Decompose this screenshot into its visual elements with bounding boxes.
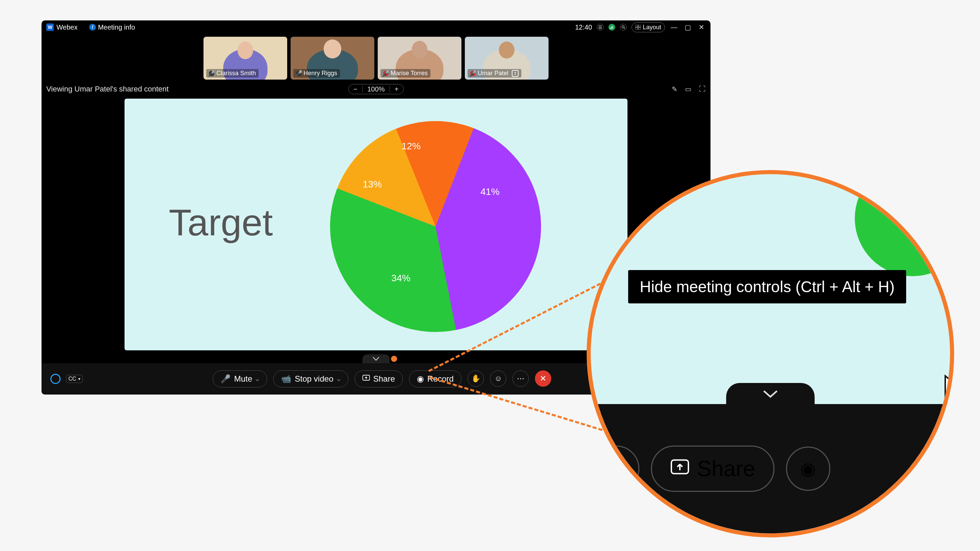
slice-label: 13% [363,179,382,190]
slice-label: 12% [401,141,421,152]
chevron-down-icon [372,356,380,361]
participant-tile[interactable]: 🎤Henry Riggs [291,37,374,79]
share-label: Share [373,374,395,384]
pie-fragment [855,170,954,276]
network-quality-icon[interactable]: ☰ [597,24,604,30]
mic-icon: 🎤 [209,71,215,76]
end-meeting-button[interactable]: ✕ [535,370,551,387]
microphone-icon: 🎤 [221,374,231,384]
raise-hand-button[interactable]: ✋ [468,370,484,387]
mute-button[interactable]: 🎤 Mute ⌵ [213,370,267,387]
stop-video-button-fragment[interactable]: eo ⌵ [587,446,640,492]
record-button-fragment[interactable]: ◉ [786,446,830,491]
svg-rect-4 [638,27,641,30]
participant-tile[interactable]: 🎤Marise Torres [378,37,461,79]
fullscreen-icon[interactable]: ⛶ [699,85,706,93]
slice-label: 41% [480,186,500,197]
participant-name: Umar Patel [478,70,508,77]
reactions-button[interactable]: ☺ [490,370,506,387]
info-icon: i [89,24,96,30]
participant-name: Henry Riggs [304,70,337,77]
chevron-down-icon: ▾ [78,376,80,381]
app-name: Webex [56,24,78,31]
chevron-down-icon[interactable]: ⌵ [611,460,620,478]
search-icon[interactable] [620,24,627,30]
tooltip-text: Hide meeting controls (Ctrl + Alt + H) [640,278,894,295]
participant-filmstrip: 🎤Clarissa Smith 🎤Henry Riggs 🎤Marise Tor… [41,37,711,79]
share-status-bar: Viewing Umar Patel's shared content − 10… [41,83,711,95]
layout-grid-icon [635,25,641,30]
mute-label: Mute [234,374,252,384]
share-screen-icon [670,456,689,481]
annotate-icon[interactable]: ✎ [672,85,678,93]
meeting-info-button[interactable]: i Meeting info [89,24,135,31]
svg-rect-3 [635,27,638,30]
callout-anchor-icon [391,356,397,362]
popout-icon[interactable]: ▭ [685,85,692,93]
share-button[interactable]: Share [651,446,775,492]
share-screen-icon [363,374,370,384]
meeting-info-label: Meeting info [98,24,135,31]
participant-tile[interactable]: 🎤Clarissa Smith [204,37,287,79]
clock: 12:40 [575,24,592,31]
share-label: Share [697,456,755,481]
layout-button[interactable]: Layout [632,22,665,32]
titlebar: W Webex i Meeting info 12:40 ☰ Layout — … [41,21,711,34]
more-options-button[interactable]: ⋯ [512,370,529,387]
svg-rect-2 [638,25,641,27]
hide-controls-tab[interactable] [726,383,815,405]
shared-content: Target 41% 12% 13% 34% [124,98,627,350]
app-brand: W Webex [46,24,78,31]
record-icon: ◉ [417,374,424,384]
mic-muted-icon: 🎤 [470,71,476,76]
signal-good-icon[interactable] [608,24,615,30]
webex-logo-icon: W [46,24,54,31]
slice-label: 34% [391,273,410,284]
record-icon: ◉ [800,459,816,479]
share-status-text: Viewing Umar Patel's shared content [46,85,169,94]
window-minimize-icon[interactable]: — [670,24,679,31]
stop-video-button[interactable]: 📹 Stop video ⌵ [273,370,348,387]
share-button[interactable]: Share [355,370,403,387]
magnified-controls-bar: eo ⌵ Share ◉ [591,404,950,533]
pie-chart [330,121,541,332]
camera-icon: 📹 [281,374,291,384]
participant-name: Marise Torres [391,70,428,77]
svg-rect-1 [635,25,638,27]
zoom-control[interactable]: − 100% + [348,84,404,94]
stop-video-label: Stop video [295,374,333,384]
captions-button[interactable]: CC ▾ [66,375,83,383]
is-sharing-icon: ↥ [512,70,519,77]
cursor-icon [943,373,954,407]
tooltip: Hide meeting controls (Ctrl + Alt + H) [628,270,906,303]
zoom-level[interactable]: 100% [363,86,389,93]
chevron-down-icon[interactable]: ⌵ [256,375,259,383]
mic-muted-icon: 🎤 [383,71,388,76]
chevron-down-icon[interactable]: ⌵ [337,375,340,383]
svg-point-0 [622,26,624,28]
mic-icon: 🎤 [296,71,301,76]
self-view-icon[interactable] [50,374,60,384]
zoom-in-button[interactable]: + [390,86,404,93]
window-close-icon[interactable]: ✕ [697,23,706,31]
cc-label: CC [68,376,76,382]
layout-label: Layout [643,24,661,31]
stop-video-label-fragment: eo [587,456,604,481]
zoom-out-button[interactable]: − [349,86,363,93]
chart-title: Target [169,201,273,244]
chevron-down-icon [762,389,779,399]
callout-magnifier: Hide meeting controls (Ctrl + Alt + H) e… [587,170,954,537]
participant-name: Clarissa Smith [216,70,256,77]
window-maximize-icon[interactable]: ▢ [683,23,692,31]
participant-tile[interactable]: 🎤Umar Patel↥ [465,37,549,79]
hide-controls-tab[interactable] [363,354,390,363]
